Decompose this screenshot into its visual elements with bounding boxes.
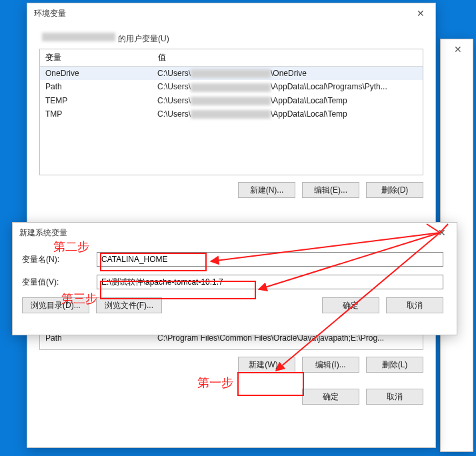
newvar-cancel-button[interactable]: 取消 [386, 297, 443, 313]
delete-user-button[interactable]: 删除(D) [366, 182, 423, 198]
var-value-input[interactable] [97, 275, 443, 289]
cancel-button[interactable]: 取消 [366, 389, 423, 405]
table-row[interactable]: TEMP C:\Users\\AppData\Local\Temp [40, 94, 423, 107]
edit-sys-button[interactable]: 编辑(I)... [302, 357, 359, 373]
delete-sys-button[interactable]: 删除(L) [366, 357, 423, 373]
newvar-title: 新建系统变量 [19, 227, 67, 239]
user-button-row: 新建(N)... 编辑(E)... 删除(D) [39, 182, 423, 198]
close-icon: ✕ [443, 39, 473, 59]
close-icon[interactable]: ✕ [427, 223, 457, 243]
new-sys-button[interactable]: 新建(W)... [238, 357, 295, 373]
ok-button[interactable]: 确定 [302, 389, 359, 405]
browse-dir-button[interactable]: 浏览目录(D)... [22, 297, 89, 313]
var-name-input[interactable] [97, 252, 443, 267]
newvar-titlebar: 新建系统变量 ✕ [13, 223, 457, 243]
table-row[interactable]: OneDrive C:\Users\\OneDrive [40, 67, 423, 81]
env-title: 环境变量 [34, 8, 66, 19]
sys-button-row: 新建(W)... 编辑(I)... 删除(L) [39, 357, 423, 373]
var-name-label: 变量名(N): [22, 254, 97, 265]
edit-user-button[interactable]: 编辑(E)... [302, 182, 359, 198]
env-titlebar: 环境变量 ✕ [27, 3, 435, 23]
close-icon[interactable]: ✕ [406, 3, 435, 23]
user-vars-table[interactable]: 变量 值 OneDrive C:\Users\\OneDrive Path C:… [39, 49, 423, 175]
table-row[interactable]: Path C:\Users\\AppData\Local\Programs\Py… [40, 80, 423, 93]
newvar-ok-button[interactable]: 确定 [322, 297, 379, 313]
new-var-dialog: 新建系统变量 ✕ 变量名(N): 变量值(V): 浏览目录(D)... 浏览文件… [12, 222, 457, 335]
var-value-label: 变量值(V): [22, 277, 97, 288]
new-user-button[interactable]: 新建(N)... [238, 182, 295, 198]
col-val[interactable]: 值 [152, 49, 423, 67]
bottom-button-row: 确定 取消 [39, 389, 423, 405]
table-row[interactable]: TMP C:\Users\\AppData\Local\Temp [40, 107, 423, 121]
browse-file-button[interactable]: 浏览文件(F)... [96, 297, 162, 313]
user-vars-label: 的用户变量(U) [42, 33, 423, 45]
col-var[interactable]: 变量 [40, 49, 152, 67]
